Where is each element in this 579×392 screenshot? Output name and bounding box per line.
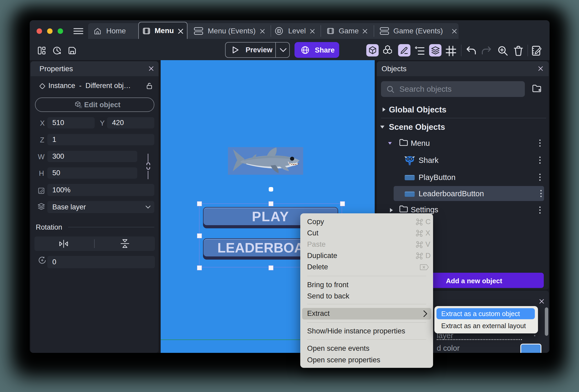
svg-text:2D: 2D	[79, 106, 82, 109]
